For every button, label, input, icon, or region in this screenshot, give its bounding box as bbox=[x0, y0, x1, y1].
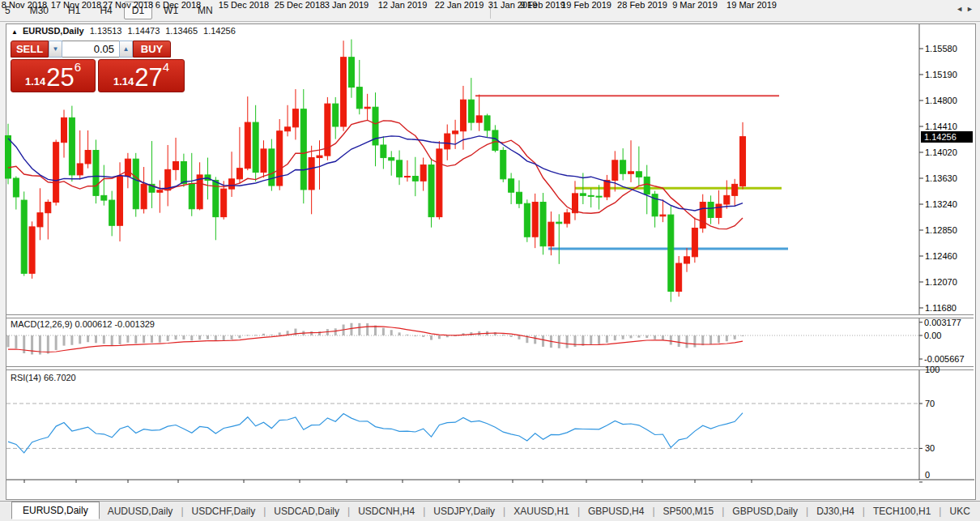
ask-pip-digit: 4 bbox=[163, 62, 169, 73]
low-value: 1.13465 bbox=[165, 26, 198, 36]
rsi-axis-label: 0 bbox=[925, 470, 930, 480]
rsi-panel-splitter[interactable] bbox=[6, 366, 974, 370]
tab-tech100-h1[interactable]: TECH100,H1 bbox=[865, 503, 939, 519]
macd-axis-label: -0.005667 bbox=[924, 354, 965, 364]
high-value: 1.14473 bbox=[127, 26, 160, 36]
tab-eurusd-daily[interactable]: EURUSD,Daily bbox=[11, 502, 100, 519]
collapse-panel-icon[interactable]: ▲ bbox=[11, 28, 18, 36]
bid-pip-digit: 6 bbox=[75, 62, 81, 73]
tab-gbpusd-h4[interactable]: GBPUSD,H4 bbox=[580, 503, 652, 519]
ask-big-digits: 27 bbox=[134, 66, 162, 89]
price-axis-label: 1.12460 bbox=[925, 251, 957, 261]
buy-button[interactable]: BUY bbox=[133, 41, 171, 58]
tab-sp500-m15[interactable]: SP500,M15 bbox=[655, 503, 722, 519]
close-value: 1.14256 bbox=[203, 26, 236, 36]
rsi-chart[interactable] bbox=[6, 370, 919, 478]
bid-big-digits: 25 bbox=[46, 66, 74, 89]
macd-axis-label: 0.003177 bbox=[924, 318, 961, 327]
chart-tab-bar: EURUSD,DailyAUDUSD,Daily|USDCHF,Daily|US… bbox=[0, 501, 980, 521]
date-axis-label: 19 Mar 2019 bbox=[715, 0, 788, 10]
price-axis-label: 1.11680 bbox=[925, 303, 957, 313]
date-axis-label: 6 Dec 2018 bbox=[142, 0, 215, 10]
open-value: 1.13513 bbox=[90, 26, 122, 36]
tab-audusd-daily[interactable]: AUDUSD,Daily bbox=[100, 503, 181, 519]
rsi-axis-label: 30 bbox=[925, 443, 935, 453]
price-axis-label: 1.13630 bbox=[925, 173, 957, 183]
price-axis-label: 1.12850 bbox=[925, 225, 957, 235]
chart-header: ▲EURUSD,Daily1.135131.144731.134651.1425… bbox=[11, 26, 236, 36]
tab-gbpusd-daily[interactable]: GBPUSD,Daily bbox=[724, 503, 806, 519]
ask-prefix: 1.14 bbox=[113, 75, 134, 88]
rsi-value: 66.7020 bbox=[44, 373, 76, 382]
tab-usdchf-daily[interactable]: USDCHF,Daily bbox=[184, 503, 264, 519]
price-axis-label: 1.14020 bbox=[925, 147, 957, 157]
volume-down-button[interactable]: ▼ bbox=[49, 41, 62, 58]
tab-dj30-h4[interactable]: DJ30,H4 bbox=[808, 503, 863, 519]
tab-usdcad-daily[interactable]: USDCAD,Daily bbox=[266, 503, 347, 519]
price-axis-label: 1.12070 bbox=[925, 277, 957, 287]
tab-xauusd-h1[interactable]: XAUUSD,H1 bbox=[505, 503, 577, 519]
bid-prefix: 1.14 bbox=[25, 75, 45, 88]
bid-price-tile[interactable]: 1.14 25 6 bbox=[11, 59, 96, 92]
tab-scroll-right-icon[interactable]: ► bbox=[966, 5, 977, 13]
volume-up-button[interactable]: ▲ bbox=[119, 41, 133, 58]
macd-signal-value: -0.001329 bbox=[114, 319, 155, 329]
symbol-label: EURUSD,Daily bbox=[23, 26, 84, 36]
current-price-badge: 1.14256 bbox=[921, 131, 973, 143]
rsi-axis-label: 100 bbox=[925, 365, 940, 374]
price-axis-label: 1.14800 bbox=[925, 96, 957, 105]
price-axis-label: 1.15580 bbox=[925, 44, 957, 53]
macd-value: 0.000612 bbox=[75, 319, 112, 329]
date-axis[interactable] bbox=[6, 480, 919, 498]
tab-scroll-arrows: ◄► bbox=[956, 5, 977, 13]
macd-panel-splitter[interactable] bbox=[6, 314, 974, 318]
tab-usdcnh-h4[interactable]: USDCNH,H4 bbox=[350, 503, 423, 519]
tab-usdjpy-daily[interactable]: USDJPY,Daily bbox=[425, 503, 503, 519]
tab-scroll-left-icon[interactable]: ◄ bbox=[956, 5, 966, 13]
sell-button[interactable]: SELL bbox=[11, 41, 49, 58]
one-click-trade-panel: SELL ▼ ▲ BUY 1.14 25 6 1.14 27 4 bbox=[11, 41, 185, 92]
price-axis-label: 1.13240 bbox=[925, 199, 957, 209]
rsi-label: RSI(14) 66.7020 bbox=[11, 373, 76, 382]
price-axis-label: 1.14410 bbox=[925, 122, 957, 131]
ask-price-tile[interactable]: 1.14 27 4 bbox=[98, 59, 185, 92]
macd-label: MACD(12,26,9) 0.000612 -0.001329 bbox=[11, 319, 155, 329]
rsi-axis-label: 70 bbox=[925, 399, 935, 408]
macd-axis-label: 0.00 bbox=[924, 331, 941, 340]
volume-input[interactable] bbox=[62, 41, 119, 58]
tab-ukc[interactable]: UKC bbox=[941, 503, 978, 519]
price-axis-label: 1.15190 bbox=[925, 70, 957, 79]
